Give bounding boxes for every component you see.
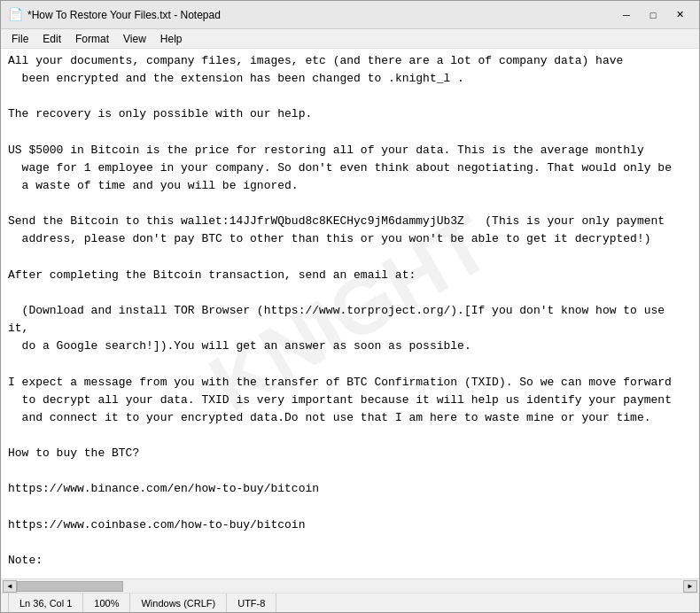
editor-area: KNIGHT All your documents, company files… — [1, 49, 699, 593]
scroll-right-button[interactable]: ▶ — [683, 580, 697, 593]
menu-view[interactable]: View — [116, 31, 153, 47]
menu-file[interactable]: File — [4, 31, 35, 47]
horizontal-scrollbar[interactable]: ◀ ▶ — [1, 578, 699, 593]
text-content[interactable]: All your documents, company files, image… — [8, 52, 692, 578]
close-button[interactable]: ✕ — [667, 5, 692, 25]
scroll-track[interactable] — [17, 580, 683, 593]
status-encoding: UTF-8 — [227, 594, 276, 612]
window-controls: ─ □ ✕ — [614, 5, 692, 25]
status-line-col: Ln 36, Col 1 — [8, 594, 83, 612]
status-line-ending: Windows (CRLF) — [130, 594, 227, 612]
minimize-button[interactable]: ─ — [614, 5, 639, 25]
scroll-thumb[interactable] — [17, 581, 123, 592]
scroll-left-button[interactable]: ◀ — [3, 580, 17, 593]
notepad-window: 📄 *How To Restore Your Files.txt - Notep… — [0, 0, 700, 613]
menu-bar: File Edit Format View Help — [1, 29, 699, 49]
window-title: *How To Restore Your Files.txt - Notepad — [27, 9, 221, 21]
notepad-icon: 📄 — [8, 8, 22, 22]
menu-edit[interactable]: Edit — [35, 31, 68, 47]
menu-help[interactable]: Help — [153, 31, 190, 47]
status-bar: Ln 36, Col 1 100% Windows (CRLF) UTF-8 — [1, 593, 699, 612]
title-bar: 📄 *How To Restore Your Files.txt - Notep… — [1, 1, 699, 29]
status-zoom: 100% — [83, 594, 130, 612]
editor-scroll[interactable]: KNIGHT All your documents, company files… — [1, 49, 699, 578]
title-bar-left: 📄 *How To Restore Your Files.txt - Notep… — [8, 8, 221, 22]
maximize-button[interactable]: □ — [641, 5, 665, 25]
menu-format[interactable]: Format — [68, 31, 116, 47]
